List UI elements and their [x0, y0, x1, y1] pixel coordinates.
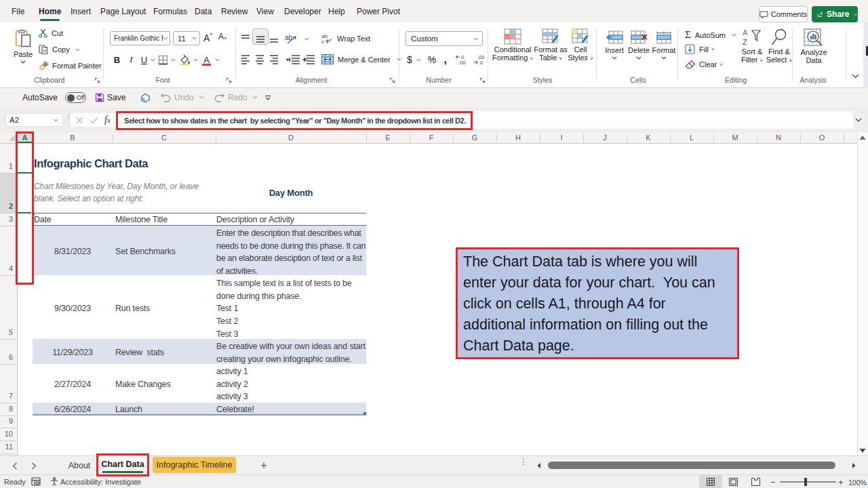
- svg-text:A: A: [743, 28, 748, 37]
- svg-text:.00: .00: [458, 60, 465, 65]
- svg-text:Z: Z: [743, 38, 747, 46]
- svg-text:.0: .0: [479, 60, 483, 65]
- svg-text:c: c: [321, 39, 324, 43]
